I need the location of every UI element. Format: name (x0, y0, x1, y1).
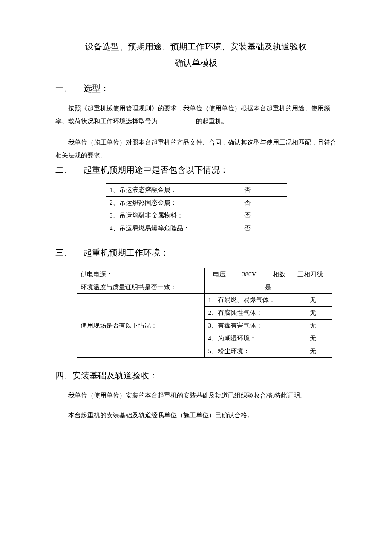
section1-num: 一、 (55, 83, 84, 94)
section1-title: 选型： (84, 84, 109, 93)
voltage-value: 380V (234, 268, 264, 281)
use-row-value: 否 (208, 222, 287, 235)
phase-value: 三相四线 (294, 268, 332, 281)
section4-title: 安装基础及轨道验收： (72, 371, 158, 380)
use-row-value: 否 (208, 184, 287, 197)
cond-row-value: 无 (294, 345, 332, 358)
conditions-label: 使用现场是否有以下情况： (77, 294, 205, 358)
section1-paragraph1: 按照《起重机械使用管理规则》的要求，我单位（使用单位）根据本台起重机的用途、使用… (55, 102, 337, 128)
voltage-label: 电压 (205, 268, 234, 281)
section2-num: 二、 (55, 164, 84, 176)
table-row: 1、吊运液态熔融金属： 否 (106, 184, 287, 197)
section3-heading: 三、起重机预期工作环境： (55, 247, 337, 259)
section3-title: 起重机预期工作环境： (84, 248, 169, 257)
table-row: 使用现场是否有以下情况： 1、有易燃、易爆气体： 无 (77, 294, 332, 307)
cond-row-label: 2、有腐蚀性气体： (205, 307, 294, 320)
section2-heading: 二、起重机预期用途中是否包含以下情况： (55, 164, 337, 176)
use-row-value: 否 (208, 209, 287, 222)
doc-title-line1: 设备选型、预期用途、预期工作环境、安装基础及轨道验收 (55, 38, 337, 55)
table-row: 3、吊运熔融非金属物料： 否 (106, 209, 287, 222)
cond-row-label: 4、为潮湿环境： (205, 332, 294, 345)
section4-heading: 四、安装基础及轨道验收： (55, 370, 337, 381)
cond-row-value: 无 (294, 320, 332, 332)
use-row-value: 否 (208, 197, 287, 209)
section1-p1-part2: 的起重机。 (196, 118, 228, 125)
section4-num: 四、 (55, 371, 72, 380)
document-page: 设备选型、预期用途、预期工作环境、安装基础及轨道验收 确认单模板 一、选型： 按… (0, 0, 392, 450)
use-row-label: 1、吊运液态熔融金属： (106, 184, 208, 197)
doc-title-line2: 确认单模板 (55, 55, 337, 71)
work-environment-table: 供电电源： 电压 380V 相数 三相四线 环境温度与质量证明书是否一致： 是 … (77, 268, 332, 358)
section1-paragraph2: 我单位（施工单位）对照本台起重机的产品文件、合同，确认其选型与使用工况相匹配，且… (55, 136, 337, 162)
table-row: 2、吊运炽热固态金属： 否 (106, 197, 287, 209)
cond-row-label: 5、粉尘环境： (205, 345, 294, 358)
intended-use-table: 1、吊运液态熔融金属： 否 2、吊运炽热固态金属： 否 3、吊运熔融非金属物料：… (106, 183, 287, 235)
section4-paragraph2: 本台起重机的安装基础及轨道经我单位（施工单位）已确认合格。 (55, 409, 337, 421)
use-row-label: 4、吊运易燃易爆等危险品： (106, 222, 208, 235)
table-row: 供电电源： 电压 380V 相数 三相四线 (77, 268, 332, 281)
temp-value: 是 (205, 281, 332, 294)
section3-num: 三、 (55, 247, 84, 259)
section1-heading: 一、选型： (55, 83, 337, 94)
cond-row-label: 1、有易燃、易爆气体： (205, 294, 294, 307)
cond-row-label: 3、有毒有害气体： (205, 320, 294, 332)
use-row-label: 2、吊运炽热固态金属： (106, 197, 208, 209)
use-row-label: 3、吊运熔融非金属物料： (106, 209, 208, 222)
cond-row-value: 无 (294, 294, 332, 307)
phase-label: 相数 (264, 268, 294, 281)
section1-p1-part1: 按照《起重机械使用管理规则》的要求，我单位（使用单位）根据本台起重机的用途、使用… (55, 105, 330, 125)
table-row: 环境温度与质量证明书是否一致： 是 (77, 281, 332, 294)
power-label: 供电电源： (77, 268, 205, 281)
cond-row-value: 无 (294, 332, 332, 345)
temp-label: 环境温度与质量证明书是否一致： (77, 281, 205, 294)
section4-paragraph1: 我单位（使用单位）安装的本台起重机的安装基础及轨道已组织验收合格,特此证明。 (55, 389, 337, 402)
cond-row-value: 无 (294, 307, 332, 320)
section2-title: 起重机预期用途中是否包含以下情况： (84, 165, 228, 174)
table-row: 4、吊运易燃易爆等危险品： 否 (106, 222, 287, 235)
